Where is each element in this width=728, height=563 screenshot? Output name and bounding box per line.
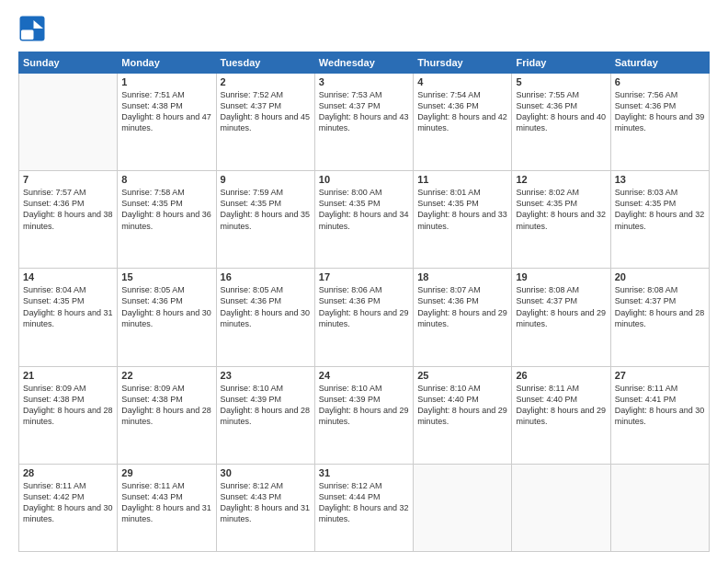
cell-info: Sunrise: 8:07 AM Sunset: 4:36 PM Dayligh… [417, 284, 507, 329]
cell-info: Sunrise: 8:11 AM Sunset: 4:40 PM Dayligh… [516, 383, 606, 428]
cell-info: Sunrise: 8:06 AM Sunset: 4:36 PM Dayligh… [319, 284, 409, 329]
calendar-cell: 25Sunrise: 8:10 AM Sunset: 4:40 PM Dayli… [414, 366, 512, 464]
day-number: 17 [319, 271, 409, 282]
calendar-cell: 11Sunrise: 8:01 AM Sunset: 4:35 PM Dayli… [414, 171, 512, 269]
day-number: 2 [221, 76, 311, 87]
weekday-header: Saturday [610, 52, 709, 74]
calendar-cell [512, 464, 610, 551]
calendar-cell: 12Sunrise: 8:02 AM Sunset: 4:35 PM Dayli… [512, 171, 610, 269]
calendar-week-row: 7Sunrise: 7:57 AM Sunset: 4:36 PM Daylig… [19, 171, 710, 269]
cell-info: Sunrise: 7:53 AM Sunset: 4:37 PM Dayligh… [319, 89, 409, 134]
calendar-cell: 22Sunrise: 8:09 AM Sunset: 4:38 PM Dayli… [118, 366, 216, 464]
calendar-cell: 29Sunrise: 8:11 AM Sunset: 4:43 PM Dayli… [118, 464, 216, 551]
cell-info: Sunrise: 8:02 AM Sunset: 4:35 PM Dayligh… [516, 187, 606, 232]
day-number: 18 [417, 271, 507, 282]
cell-info: Sunrise: 7:59 AM Sunset: 4:35 PM Dayligh… [221, 187, 311, 232]
day-number: 7 [23, 174, 113, 185]
day-number: 12 [516, 174, 606, 185]
day-number: 26 [516, 370, 606, 381]
cell-info: Sunrise: 8:11 AM Sunset: 4:42 PM Dayligh… [23, 480, 113, 525]
calendar-cell: 27Sunrise: 8:11 AM Sunset: 4:41 PM Dayli… [610, 366, 709, 464]
svg-rect-2 [21, 30, 34, 40]
day-number: 14 [23, 271, 113, 282]
cell-info: Sunrise: 8:12 AM Sunset: 4:44 PM Dayligh… [319, 480, 409, 525]
calendar-cell: 1Sunrise: 7:51 AM Sunset: 4:38 PM Daylig… [118, 74, 216, 171]
day-number: 24 [319, 370, 409, 381]
calendar-cell: 4Sunrise: 7:54 AM Sunset: 4:36 PM Daylig… [414, 74, 512, 171]
day-number: 25 [417, 370, 507, 381]
day-number: 22 [121, 370, 211, 381]
header [18, 15, 710, 42]
weekday-header: Wednesday [314, 52, 413, 74]
cell-info: Sunrise: 8:08 AM Sunset: 4:37 PM Dayligh… [615, 284, 705, 329]
calendar-cell: 7Sunrise: 7:57 AM Sunset: 4:36 PM Daylig… [19, 171, 118, 269]
cell-info: Sunrise: 7:52 AM Sunset: 4:37 PM Dayligh… [221, 89, 311, 134]
calendar-cell: 16Sunrise: 8:05 AM Sunset: 4:36 PM Dayli… [216, 269, 314, 366]
calendar-table: SundayMondayTuesdayWednesdayThursdayFrid… [18, 52, 710, 552]
day-number: 19 [516, 271, 606, 282]
calendar-cell [19, 74, 118, 171]
calendar-cell: 13Sunrise: 8:03 AM Sunset: 4:35 PM Dayli… [610, 171, 709, 269]
cell-info: Sunrise: 8:00 AM Sunset: 4:35 PM Dayligh… [319, 187, 409, 232]
calendar-cell: 18Sunrise: 8:07 AM Sunset: 4:36 PM Dayli… [414, 269, 512, 366]
cell-info: Sunrise: 7:51 AM Sunset: 4:38 PM Dayligh… [121, 89, 211, 134]
day-number: 11 [417, 174, 507, 185]
calendar-week-row: 14Sunrise: 8:04 AM Sunset: 4:35 PM Dayli… [19, 269, 710, 366]
calendar-week-row: 28Sunrise: 8:11 AM Sunset: 4:42 PM Dayli… [19, 464, 710, 551]
calendar-cell: 6Sunrise: 7:56 AM Sunset: 4:36 PM Daylig… [610, 74, 709, 171]
calendar-cell: 31Sunrise: 8:12 AM Sunset: 4:44 PM Dayli… [314, 464, 413, 551]
day-number: 28 [23, 467, 113, 478]
day-number: 10 [319, 174, 409, 185]
cell-info: Sunrise: 7:56 AM Sunset: 4:36 PM Dayligh… [615, 89, 705, 134]
calendar-cell: 5Sunrise: 7:55 AM Sunset: 4:36 PM Daylig… [512, 74, 610, 171]
cell-info: Sunrise: 8:11 AM Sunset: 4:43 PM Dayligh… [121, 480, 211, 525]
cell-info: Sunrise: 8:10 AM Sunset: 4:39 PM Dayligh… [319, 383, 409, 428]
cell-info: Sunrise: 8:09 AM Sunset: 4:38 PM Dayligh… [121, 383, 211, 428]
calendar-cell [414, 464, 512, 551]
day-number: 29 [121, 467, 211, 478]
cell-info: Sunrise: 8:12 AM Sunset: 4:43 PM Dayligh… [221, 480, 311, 525]
calendar-cell: 2Sunrise: 7:52 AM Sunset: 4:37 PM Daylig… [216, 74, 314, 171]
cell-info: Sunrise: 8:10 AM Sunset: 4:39 PM Dayligh… [221, 383, 311, 428]
cell-info: Sunrise: 8:11 AM Sunset: 4:41 PM Dayligh… [615, 383, 705, 428]
day-number: 21 [23, 370, 113, 381]
day-number: 15 [121, 271, 211, 282]
weekday-header: Sunday [19, 52, 118, 74]
day-number: 13 [615, 174, 705, 185]
weekday-header: Tuesday [216, 52, 314, 74]
cell-info: Sunrise: 8:10 AM Sunset: 4:40 PM Dayligh… [417, 383, 507, 428]
day-number: 1 [121, 76, 211, 87]
logo [18, 15, 50, 42]
calendar-cell: 14Sunrise: 8:04 AM Sunset: 4:35 PM Dayli… [19, 269, 118, 366]
cell-info: Sunrise: 7:57 AM Sunset: 4:36 PM Dayligh… [23, 187, 113, 232]
cell-info: Sunrise: 8:04 AM Sunset: 4:35 PM Dayligh… [23, 284, 113, 329]
calendar-cell: 23Sunrise: 8:10 AM Sunset: 4:39 PM Dayli… [216, 366, 314, 464]
calendar-cell [610, 464, 709, 551]
weekday-header: Monday [118, 52, 216, 74]
cell-info: Sunrise: 8:01 AM Sunset: 4:35 PM Dayligh… [417, 187, 507, 232]
cell-info: Sunrise: 8:09 AM Sunset: 4:38 PM Dayligh… [23, 383, 113, 428]
calendar-cell: 20Sunrise: 8:08 AM Sunset: 4:37 PM Dayli… [610, 269, 709, 366]
calendar-cell: 9Sunrise: 7:59 AM Sunset: 4:35 PM Daylig… [216, 171, 314, 269]
cell-info: Sunrise: 8:05 AM Sunset: 4:36 PM Dayligh… [221, 284, 311, 329]
cell-info: Sunrise: 8:05 AM Sunset: 4:36 PM Dayligh… [121, 284, 211, 329]
logo-icon [18, 15, 46, 42]
weekday-header: Thursday [414, 52, 512, 74]
day-number: 8 [121, 174, 211, 185]
calendar-cell: 19Sunrise: 8:08 AM Sunset: 4:37 PM Dayli… [512, 269, 610, 366]
cell-info: Sunrise: 7:58 AM Sunset: 4:35 PM Dayligh… [121, 187, 211, 232]
day-number: 30 [221, 467, 311, 478]
calendar-cell: 24Sunrise: 8:10 AM Sunset: 4:39 PM Dayli… [314, 366, 413, 464]
cell-info: Sunrise: 7:55 AM Sunset: 4:36 PM Dayligh… [516, 89, 606, 134]
calendar-cell: 8Sunrise: 7:58 AM Sunset: 4:35 PM Daylig… [118, 171, 216, 269]
calendar-cell: 30Sunrise: 8:12 AM Sunset: 4:43 PM Dayli… [216, 464, 314, 551]
day-number: 27 [615, 370, 705, 381]
day-number: 4 [417, 76, 507, 87]
calendar-week-row: 21Sunrise: 8:09 AM Sunset: 4:38 PM Dayli… [19, 366, 710, 464]
weekday-header: Friday [512, 52, 610, 74]
day-number: 16 [221, 271, 311, 282]
cell-info: Sunrise: 8:08 AM Sunset: 4:37 PM Dayligh… [516, 284, 606, 329]
day-number: 23 [221, 370, 311, 381]
day-number: 5 [516, 76, 606, 87]
calendar-cell: 15Sunrise: 8:05 AM Sunset: 4:36 PM Dayli… [118, 269, 216, 366]
